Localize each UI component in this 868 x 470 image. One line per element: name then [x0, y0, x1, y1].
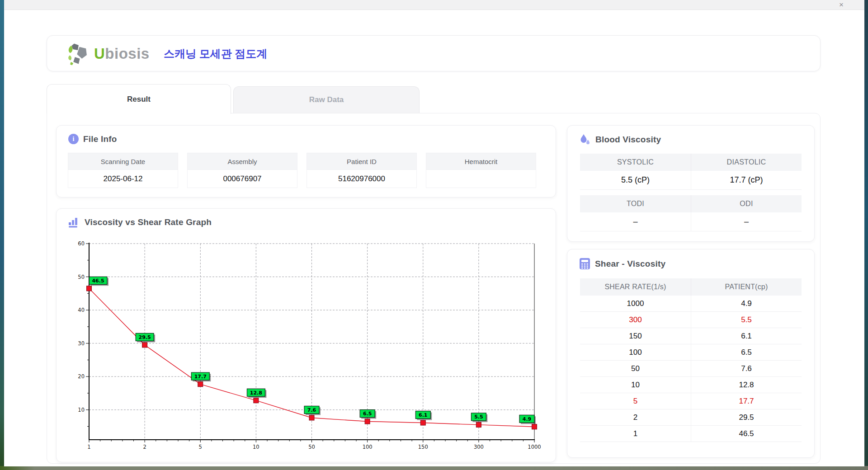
field-value: 51620976000: [307, 170, 417, 188]
blood-header-row: TODIODI: [580, 195, 802, 212]
shear-viscosity-card: Shear - Viscosity SHEAR RATE(1/s) PATIEN…: [567, 249, 815, 458]
svg-text:20: 20: [78, 373, 85, 380]
blood-viscosity-table: SYSTOLICDIASTOLIC5.5 (cP)17.7 (cP)TODIOD…: [580, 154, 802, 231]
file-info-field: Scanning Date2025-06-12: [68, 153, 178, 188]
patient-viscosity-cell: 6.5: [691, 344, 802, 361]
shear-viscosity-title: Shear - Viscosity: [595, 259, 665, 269]
blood-value-cell: 5.5 (cP): [580, 171, 691, 190]
shear-rate-cell: 100: [580, 344, 691, 361]
file-info-field: Assembly000676907: [187, 153, 297, 188]
svg-text:60: 60: [78, 240, 85, 247]
calculator-icon: [579, 258, 590, 270]
shear-table-header-row: SHEAR RATE(1/s) PATIENT(cp): [580, 278, 802, 296]
svg-text:5.5: 5.5: [474, 414, 483, 420]
svg-text:5: 5: [199, 444, 202, 450]
patient-viscosity-cell: 7.6: [691, 361, 802, 377]
svg-text:300: 300: [474, 444, 484, 450]
svg-text:29.5: 29.5: [139, 334, 151, 340]
shear-table-row: 1012.8: [580, 377, 802, 393]
shear-rate-cell: 1000: [580, 296, 691, 312]
svg-text:12.8: 12.8: [250, 390, 262, 396]
svg-text:6.5: 6.5: [363, 411, 372, 417]
graph-title: Viscosity vs Shear Rate Graph: [85, 217, 212, 227]
field-value: 000676907: [187, 170, 297, 188]
logo-mark-icon: [66, 42, 90, 66]
svg-text:100: 100: [363, 444, 373, 450]
blood-value-cell: –: [580, 212, 691, 231]
shear-rate-cell: 1: [580, 426, 691, 442]
blood-viscosity-card: Blood Viscosity SYSTOLICDIASTOLIC5.5 (cP…: [567, 125, 815, 242]
svg-text:4.9: 4.9: [523, 416, 532, 422]
patient-viscosity-cell: 6.1: [691, 328, 802, 344]
ubiosis-logo: Ubiosis: [66, 42, 150, 66]
desktop-wallpaper-right: [864, 0, 868, 470]
window-titlebar: ×: [4, 0, 864, 10]
svg-text:46.5: 46.5: [92, 278, 104, 284]
svg-text:17.7: 17.7: [194, 374, 207, 380]
blood-value-cell: 17.7 (cP): [691, 171, 802, 190]
blood-viscosity-title: Blood Viscosity: [595, 135, 661, 145]
svg-text:30: 30: [78, 340, 85, 347]
shear-table-row: 507.6: [580, 361, 802, 377]
blood-header-row: SYSTOLICDIASTOLIC: [580, 154, 802, 171]
patient-viscosity-cell: 46.5: [691, 426, 802, 442]
svg-text:6.1: 6.1: [419, 412, 428, 418]
blood-value-row: ––: [580, 212, 802, 231]
shear-rate-cell: 150: [580, 328, 691, 344]
blood-header-cell: ODI: [691, 195, 802, 212]
field-value: 2025-06-12: [68, 170, 178, 188]
app-window: Ubiosis 스캐닝 모세관 점도계 Result Raw Data i Fi…: [4, 10, 864, 466]
file-info-field: Patient ID51620976000: [307, 153, 417, 188]
shear-rate-cell: 5: [580, 393, 691, 409]
file-info-fields: Scanning Date2025-06-12Assembly000676907…: [68, 153, 545, 188]
desktop-wallpaper-bottom: [0, 466, 868, 470]
svg-text:40: 40: [78, 307, 85, 313]
brand-wordmark: Ubiosis: [94, 45, 150, 62]
blood-header-cell: SYSTOLIC: [580, 154, 691, 171]
field-label: Hematocrit: [426, 153, 536, 170]
shear-table-row: 10004.9: [580, 296, 802, 312]
blood-header-cell: TODI: [580, 195, 691, 212]
shear-rate-column-header: SHEAR RATE(1/s): [580, 278, 691, 296]
tab-result[interactable]: Result: [47, 84, 231, 114]
viscosity-chart: 1020304050601251050100150300100046.529.5…: [65, 231, 549, 457]
svg-text:2: 2: [143, 444, 146, 450]
svg-text:50: 50: [308, 444, 315, 450]
patient-viscosity-cell: 29.5: [691, 409, 802, 426]
blood-header-cell: DIASTOLIC: [691, 154, 802, 171]
patient-viscosity-cell: 4.9: [691, 296, 802, 312]
graph-card: Viscosity vs Shear Rate Graph 1020304050…: [56, 208, 556, 462]
app-title: 스캐닝 모세관 점도계: [164, 36, 267, 72]
file-info-title: File Info: [83, 134, 117, 144]
bar-chart-icon: [68, 217, 80, 228]
patient-viscosity-cell: 5.5: [691, 312, 802, 328]
file-info-field: Hematocrit: [426, 153, 536, 188]
patient-viscosity-cell: 17.7: [691, 393, 802, 409]
shear-table-row: 517.7: [580, 393, 802, 409]
close-icon[interactable]: ×: [836, 0, 846, 9]
shear-rate-cell: 300: [580, 312, 691, 328]
svg-text:7.6: 7.6: [307, 407, 316, 413]
patient-viscosity-cell: 12.8: [691, 377, 802, 393]
shear-table-row: 3005.5: [580, 312, 802, 328]
info-icon: i: [68, 134, 79, 144]
svg-text:1000: 1000: [528, 444, 541, 450]
shear-rate-cell: 10: [580, 377, 691, 393]
svg-text:150: 150: [418, 444, 428, 450]
shear-table-row: 229.5: [580, 409, 802, 426]
svg-text:50: 50: [78, 274, 85, 280]
svg-text:10: 10: [253, 444, 259, 450]
field-label: Assembly: [187, 153, 297, 170]
field-value: [426, 170, 536, 188]
svg-text:1: 1: [87, 444, 90, 450]
tab-raw-data[interactable]: Raw Data: [233, 86, 420, 113]
shear-rate-cell: 2: [580, 409, 691, 426]
blood-value-row: 5.5 (cP)17.7 (cP): [580, 171, 802, 190]
shear-table-row: 1506.1: [580, 328, 802, 344]
shear-viscosity-table: SHEAR RATE(1/s) PATIENT(cp) 10004.93005.…: [580, 278, 802, 442]
shear-table-row: 146.5: [580, 426, 802, 442]
field-label: Patient ID: [307, 153, 417, 170]
file-info-card: i File Info Scanning Date2025-06-12Assem…: [56, 125, 556, 197]
field-label: Scanning Date: [68, 153, 178, 170]
desktop: × Ubiosis 스캐닝 모세관 점도계 Result Raw Data: [0, 0, 868, 470]
